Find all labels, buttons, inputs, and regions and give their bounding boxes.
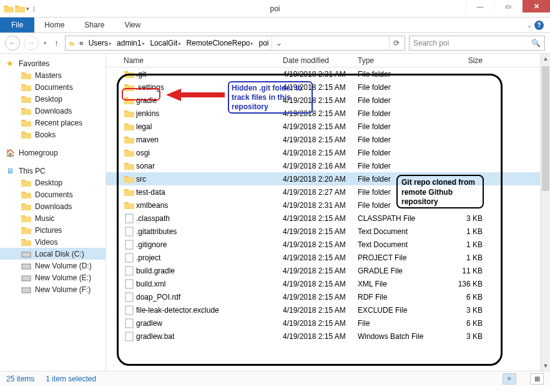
breadcrumb-seg-1[interactable]: admin1▸	[114, 39, 147, 47]
folder-icon	[124, 162, 135, 170]
homegroup-icon: 🏠	[5, 149, 15, 157]
sidebar-fav-item[interactable]: Recent places	[0, 117, 106, 129]
minimize-button[interactable]: ―	[466, 0, 494, 12]
breadcrumb-overflow[interactable]: «	[77, 39, 86, 47]
sidebar-fav-item[interactable]: Documents	[0, 81, 106, 93]
col-header-size[interactable]: Size	[439, 56, 489, 65]
ribbon-view-tab[interactable]: View	[114, 17, 150, 32]
file-row[interactable]: .project4/19/2018 2:15 AMPROJECT File1 K…	[106, 251, 550, 264]
col-header-type[interactable]: Type	[358, 56, 439, 65]
folder-icon	[21, 238, 31, 247]
ribbon-file-tab[interactable]: File	[0, 17, 34, 32]
annotation-git-label: Hidden .git folder to track files in thi…	[228, 81, 313, 114]
nav-forward-button[interactable]: →	[24, 36, 39, 51]
address-root-icon[interactable]	[67, 39, 77, 47]
view-icons-button[interactable]: ▦	[530, 373, 544, 385]
folder-icon	[21, 179, 31, 187]
scroll-down-icon[interactable]: ▼	[541, 361, 550, 371]
file-row[interactable]: gradlew4/19/2018 2:15 AMFile6 KB	[106, 316, 550, 330]
nav-history-dropdown[interactable]: ▾	[42, 40, 48, 46]
scroll-thumb[interactable]	[542, 66, 549, 191]
search-input[interactable]: Search poi 🔍	[409, 36, 545, 51]
ribbon-share-tab[interactable]: Share	[74, 17, 114, 32]
file-date: 4/19/2018 2:31 AM	[283, 201, 358, 210]
annotation-clone-label: Git repo cloned from remote Github repos…	[396, 175, 484, 208]
breadcrumb-seg-2[interactable]: LocalGit▸	[147, 39, 184, 47]
sidebar-pc-item[interactable]: Music	[0, 212, 106, 224]
file-icon	[124, 266, 135, 276]
close-button[interactable]: ✕	[522, 0, 550, 12]
qat-dropdown-icon[interactable]: ▾	[26, 6, 29, 12]
file-row[interactable]: .gitattributes4/19/2018 2:15 AMText Docu…	[106, 225, 550, 238]
file-date: 4/19/2018 2:15 AM	[283, 135, 358, 144]
breadcrumb-seg-4[interactable]: poi	[256, 39, 271, 47]
file-size: 11 KB	[439, 267, 489, 275]
col-header-name[interactable]: Name	[124, 56, 283, 65]
file-size: 1 KB	[439, 253, 489, 262]
folder-icon	[21, 214, 31, 223]
sidebar-pc-item[interactable]: New Volume (F:)	[0, 283, 106, 295]
file-row[interactable]: .gitignore4/19/2018 2:15 AMText Document…	[106, 238, 550, 251]
file-row[interactable]: .git4/19/2018 2:31 AMFile folder	[106, 67, 550, 81]
sidebar-pc-item[interactable]: Pictures	[0, 224, 106, 236]
maximize-button[interactable]: ▭	[494, 0, 522, 12]
file-date: 4/19/2018 2:15 AM	[283, 306, 358, 315]
refresh-button[interactable]: ⟳	[389, 36, 403, 50]
column-headers[interactable]: Name Date modified Type Size	[106, 54, 550, 67]
col-header-date[interactable]: Date modified	[283, 56, 358, 65]
sidebar-fav-item[interactable]: Books	[0, 129, 106, 140]
sidebar-favorites[interactable]: ★Favorites	[0, 57, 106, 69]
sidebar-fav-item[interactable]: Masters	[0, 69, 106, 81]
file-row[interactable]: sonar4/19/2018 2:16 AMFile folder	[106, 159, 550, 172]
ribbon-help[interactable]: ⌄?	[521, 17, 550, 32]
sidebar-pc-item[interactable]: New Volume (D:)	[0, 260, 106, 272]
file-row[interactable]: build.xml4/19/2018 2:15 AMXML File136 KB	[106, 277, 550, 290]
file-icon	[124, 279, 135, 289]
scroll-up-icon[interactable]: ▲	[541, 54, 550, 64]
file-type: File folder	[358, 135, 439, 144]
breadcrumb-seg-3[interactable]: RemoteCloneRepo▸	[184, 39, 256, 47]
computer-icon: 🖥	[5, 167, 15, 175]
nav-back-button[interactable]: ←	[5, 36, 20, 51]
file-row[interactable]: osgi4/19/2018 2:15 AMFile folder	[106, 146, 550, 159]
file-row[interactable]: maven4/19/2018 2:15 AMFile folder	[106, 133, 550, 146]
sidebar-homegroup[interactable]: 🏠Homegroup	[0, 147, 106, 159]
address-bar[interactable]: « Users▸ admin1▸ LocalGit▸ RemoteCloneRe…	[65, 36, 405, 51]
file-name: doap_POI.rdf	[136, 293, 283, 301]
sidebar-pc-item[interactable]: Documents	[0, 189, 106, 200]
sidebar-pc-item[interactable]: Downloads	[0, 200, 106, 212]
qat-properties-icon[interactable]	[15, 4, 25, 13]
folder-icon	[124, 175, 135, 183]
file-name: osgi	[136, 149, 283, 157]
sidebar-pc-item[interactable]: Local Disk (C:)	[0, 248, 106, 260]
vertical-scrollbar[interactable]: ▲ ▼	[540, 54, 550, 371]
view-details-button[interactable]: ≡	[503, 373, 516, 385]
file-row[interactable]: build.gradle4/19/2018 2:15 AMGRADLE File…	[106, 264, 550, 277]
sidebar-pc-item[interactable]: Desktop	[0, 177, 106, 189]
file-type: EXCLUDE File	[358, 306, 439, 315]
file-row[interactable]: file-leak-detector.exclude4/19/2018 2:15…	[106, 303, 550, 316]
nav-pane: ★Favorites MastersDocumentsDesktopDownlo…	[0, 54, 106, 371]
star-icon: ★	[5, 59, 15, 68]
file-row[interactable]: jenkins4/19/2018 2:15 AMFile folder	[106, 107, 550, 120]
sidebar-pc-item[interactable]: Videos	[0, 236, 106, 248]
sidebar-fav-item[interactable]: Downloads	[0, 105, 106, 117]
breadcrumb-seg-0[interactable]: Users▸	[86, 39, 114, 47]
sidebar-pc-item[interactable]: New Volume (E:)	[0, 272, 106, 283]
file-row[interactable]: .settings4/19/2018 2:15 AMFile folder	[106, 81, 550, 94]
sidebar-fav-item[interactable]: Desktop	[0, 93, 106, 105]
nav-up-button[interactable]: ↑	[52, 38, 61, 48]
qat-separator: |	[33, 6, 34, 12]
file-row[interactable]: .classpath4/19/2018 2:15 AMCLASSPATH Fil…	[106, 212, 550, 225]
sidebar-thispc[interactable]: 🖥This PC	[0, 165, 106, 177]
file-row[interactable]: gradle4/19/2018 2:15 AMFile folder	[106, 94, 550, 107]
address-dropdown-icon[interactable]: ⌄	[272, 36, 286, 50]
folder-icon	[124, 83, 135, 91]
file-row[interactable]: doap_POI.rdf4/19/2018 2:15 AMRDF File6 K…	[106, 290, 550, 303]
file-type: XML File	[358, 280, 439, 288]
file-row[interactable]: gradlew.bat4/19/2018 2:15 AMWindows Batc…	[106, 330, 550, 343]
file-row[interactable]: legal4/19/2018 2:15 AMFile folder	[106, 120, 550, 133]
file-type: Text Document	[358, 240, 439, 249]
ribbon-home-tab[interactable]: Home	[34, 17, 74, 32]
folder-icon	[124, 70, 135, 78]
